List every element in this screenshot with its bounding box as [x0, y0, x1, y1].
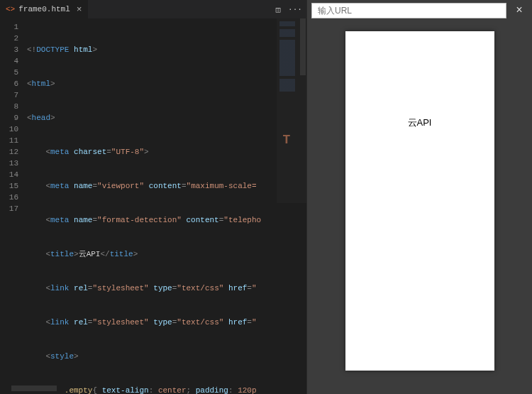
preview-page-text: 云API — [345, 31, 494, 129]
line-number: 6 — [0, 78, 18, 89]
preview-pane: × 云API — [306, 0, 532, 394]
code-line: <meta name="viewport" content="maximum-s… — [27, 180, 306, 192]
scrollbar-thumb[interactable] — [300, 18, 306, 75]
url-input[interactable] — [311, 3, 506, 18]
code-line: <meta name="format-detection" content="t… — [27, 214, 306, 226]
line-number: 17 — [0, 203, 18, 214]
line-number: 14 — [0, 169, 18, 180]
line-number: 16 — [0, 192, 18, 203]
editor-tab-frame0[interactable]: <> frame0.html × — [0, 0, 89, 18]
overflow-marker-icon: T — [278, 132, 295, 148]
more-actions-icon[interactable]: ··· — [289, 4, 301, 15]
code-line: <link rel="stylesheet" type="text/css" h… — [27, 283, 306, 294]
line-number: 4 — [0, 55, 18, 67]
code-line: <title>云API</title> — [27, 248, 306, 260]
close-icon[interactable]: × — [74, 4, 85, 15]
code-line: .empty{ text-align: center; padding: 120… — [27, 385, 306, 394]
line-number: 9 — [0, 112, 18, 124]
device-frame[interactable]: 云API — [345, 31, 494, 371]
split-editor-icon[interactable]: ◫ — [272, 4, 284, 15]
minimap-content — [279, 21, 295, 99]
line-number: 11 — [0, 135, 18, 146]
code-line: <meta charset="UTF-8"> — [27, 146, 306, 158]
line-number: 13 — [0, 158, 18, 169]
editor-body[interactable]: 1 2 3 4 5 6 7 8 9 10 11 12 13 14 15 16 1… — [0, 18, 306, 394]
code-line: <html> — [27, 78, 306, 89]
close-icon[interactable]: × — [511, 3, 528, 18]
line-number: 7 — [0, 89, 18, 101]
line-number: 2 — [0, 33, 18, 44]
line-number: 15 — [0, 180, 18, 192]
code-line: <link rel="stylesheet" type="text/css" h… — [27, 317, 306, 328]
html-file-icon: <> — [6, 5, 15, 13]
code-area[interactable]: <!DOCTYPE html> <html> <head> <meta char… — [24, 18, 306, 394]
line-number: 3 — [0, 44, 18, 55]
line-number: 10 — [0, 124, 18, 135]
line-number: 8 — [0, 101, 18, 112]
code-line: <style> — [27, 351, 306, 362]
editor-pane: <> frame0.html × ◫ ··· 1 2 3 4 5 6 7 8 9… — [0, 0, 306, 394]
line-number: 12 — [0, 146, 18, 158]
horizontal-scrollbar[interactable] — [11, 385, 57, 391]
url-bar: × — [307, 0, 532, 21]
line-number: 1 — [0, 21, 18, 33]
tab-bar: <> frame0.html × ◫ ··· — [0, 0, 306, 18]
vertical-scrollbar[interactable] — [299, 18, 306, 394]
line-number-gutter: 1 2 3 4 5 6 7 8 9 10 11 12 13 14 15 16 1… — [0, 18, 24, 394]
code-line: <!DOCTYPE html> — [27, 44, 306, 55]
tab-actions: ◫ ··· — [272, 0, 306, 18]
line-number: 5 — [0, 67, 18, 78]
preview-area: 云API — [307, 21, 532, 394]
tab-label: frame0.html — [18, 5, 70, 13]
code-line: <head> — [27, 112, 306, 124]
